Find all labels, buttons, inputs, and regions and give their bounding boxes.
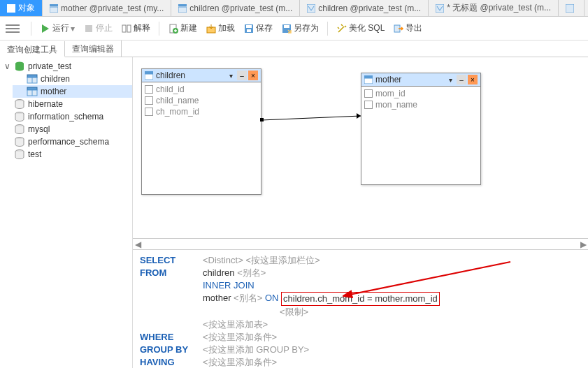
sql-add-condition-placeholder[interactable]: <按这里添加条件> bbox=[203, 356, 277, 368]
table-icon bbox=[364, 75, 373, 84]
new-button[interactable]: 新建 bbox=[165, 21, 200, 36]
tab-query-editor[interactable]: 查询编辑器 bbox=[65, 41, 122, 57]
tab-label: mother @private_test (my... bbox=[61, 3, 164, 13]
table-icon bbox=[50, 4, 58, 13]
column-name: child_id bbox=[156, 84, 185, 94]
svg-rect-1 bbox=[8, 5, 15, 7]
tab-objects[interactable]: 对象 bbox=[0, 0, 43, 16]
table-header[interactable]: children ▾ – × bbox=[142, 69, 261, 82]
table-header[interactable]: mother ▾ – × bbox=[361, 73, 480, 87]
btn-label: 另存为 bbox=[294, 22, 319, 34]
table-title: children bbox=[156, 71, 226, 80]
checkbox[interactable] bbox=[145, 96, 153, 105]
table-title: mother bbox=[375, 75, 445, 84]
separator bbox=[159, 22, 159, 36]
sql-add-condition-placeholder[interactable]: <按这里添加条件> bbox=[203, 331, 277, 344]
save-as-icon bbox=[281, 23, 292, 34]
tree-db-private-test[interactable]: ∨ private_test bbox=[0, 60, 132, 73]
dropdown-icon: ▾ bbox=[71, 24, 75, 34]
hamburger-icon[interactable] bbox=[6, 22, 20, 36]
btn-label: 解释 bbox=[134, 22, 150, 34]
run-button[interactable]: 运行 ▾ bbox=[37, 21, 78, 36]
save-as-button[interactable]: 另存为 bbox=[278, 21, 322, 36]
dropdown-icon[interactable]: ▾ bbox=[226, 71, 236, 80]
sql-alias-placeholder[interactable]: <别名> bbox=[237, 267, 266, 279]
sql-add-table-placeholder[interactable]: <按这里添加表> bbox=[203, 318, 268, 331]
designer-table-children[interactable]: children ▾ – × child_id child_name ch_mo… bbox=[141, 68, 261, 195]
sql-alias-placeholder[interactable]: <别名> bbox=[234, 292, 262, 306]
checkbox[interactable] bbox=[364, 89, 373, 98]
checkbox[interactable] bbox=[145, 108, 153, 116]
minimize-icon[interactable]: – bbox=[457, 75, 466, 84]
collapse-icon[interactable]: ∨ bbox=[3, 61, 11, 71]
svg-rect-35 bbox=[364, 75, 373, 78]
stop-icon bbox=[83, 23, 94, 34]
close-icon[interactable]: × bbox=[248, 71, 258, 80]
column-row[interactable]: mom_id bbox=[363, 88, 479, 99]
checkbox[interactable] bbox=[364, 101, 373, 109]
explain-button[interactable]: 解释 bbox=[118, 21, 153, 36]
tab-mother[interactable]: mother @private_test (my... bbox=[43, 0, 171, 16]
tab-untitled[interactable]: * 无标题 @private_test (m... bbox=[429, 0, 559, 16]
sql-keyword-from[interactable]: FROM bbox=[140, 267, 203, 279]
right-pane: children ▾ – × child_id child_name ch_mo… bbox=[133, 57, 588, 368]
sql-table-children[interactable]: children bbox=[203, 267, 235, 279]
tree-label: private_test bbox=[28, 61, 71, 71]
close-icon[interactable]: × bbox=[468, 75, 478, 84]
tab-children-1[interactable]: children @private_test (m... bbox=[171, 0, 300, 16]
sql-keyword-select[interactable]: SELECT bbox=[140, 254, 203, 267]
column-row[interactable]: mon_name bbox=[363, 99, 479, 110]
save-button[interactable]: 保存 bbox=[241, 21, 275, 36]
export-button[interactable]: 导出 bbox=[390, 21, 425, 36]
tree-table-mother[interactable]: mother bbox=[13, 85, 132, 98]
btn-label: 导出 bbox=[406, 22, 422, 34]
tree-db-information-schema[interactable]: information_schema bbox=[0, 110, 132, 123]
tree-db-test[interactable]: test bbox=[0, 148, 132, 161]
load-button[interactable]: 加载 bbox=[203, 21, 238, 36]
svg-rect-2 bbox=[50, 4, 58, 6]
btn-label: 美化 SQL bbox=[349, 22, 385, 34]
table-icon bbox=[27, 74, 38, 84]
tab-query-builder[interactable]: 查询创建工具 bbox=[0, 41, 65, 57]
column-row[interactable]: child_id bbox=[143, 84, 259, 95]
explain-icon bbox=[121, 23, 132, 34]
column-row[interactable]: ch_mom_id bbox=[143, 106, 259, 117]
minimize-icon[interactable]: – bbox=[237, 71, 247, 80]
tab-children-2[interactable]: children @private_test (m... bbox=[300, 0, 429, 16]
database-icon bbox=[14, 124, 25, 134]
sub-tabs: 查询创建工具 查询编辑器 bbox=[0, 41, 588, 57]
beautify-button[interactable]: 美化 SQL bbox=[334, 21, 387, 36]
dropdown-icon[interactable]: ▾ bbox=[445, 75, 455, 84]
column-row[interactable]: child_name bbox=[143, 95, 259, 106]
sql-keyword-inner-join[interactable]: INNER JOIN bbox=[203, 279, 254, 292]
hscroll[interactable]: ◀ ▶ bbox=[133, 238, 588, 249]
tree-label: hibernate bbox=[28, 99, 63, 109]
sql-keyword-where[interactable]: WHERE bbox=[140, 331, 203, 344]
tab-more[interactable] bbox=[559, 0, 585, 16]
tree-db-hibernate[interactable]: hibernate bbox=[0, 98, 132, 110]
column-name: ch_mom_id bbox=[156, 107, 199, 117]
sql-join-condition[interactable]: children.ch_mom_id = mother.mom_id bbox=[281, 292, 440, 306]
database-icon bbox=[14, 99, 25, 109]
svg-line-37 bbox=[261, 116, 361, 120]
sql-table-mother[interactable]: mother bbox=[203, 292, 231, 306]
query-designer[interactable]: children ▾ – × child_id child_name ch_mo… bbox=[133, 57, 588, 238]
sql-distinct-placeholder[interactable]: <Distinct> bbox=[203, 254, 243, 267]
scroll-right-icon[interactable]: ▶ bbox=[578, 240, 588, 249]
tree-db-mysql[interactable]: mysql bbox=[0, 123, 132, 135]
checkbox[interactable] bbox=[145, 85, 153, 94]
scroll-left-icon[interactable]: ◀ bbox=[133, 240, 143, 249]
sql-limit-placeholder[interactable]: <限制> bbox=[280, 306, 308, 318]
sql-add-group-placeholder[interactable]: <按这里添加 GROUP BY> bbox=[203, 344, 309, 356]
sql-keyword-having[interactable]: HAVING bbox=[140, 356, 203, 368]
query-icon bbox=[307, 4, 315, 13]
designer-table-mother[interactable]: mother ▾ – × mom_id mon_name bbox=[361, 73, 481, 185]
sql-keyword-on[interactable]: ON bbox=[265, 292, 279, 306]
stop-button[interactable]: 停止 bbox=[80, 21, 115, 36]
tree-db-performance-schema[interactable]: performance_schema bbox=[0, 135, 132, 148]
btn-label: 运行 bbox=[52, 22, 69, 34]
sql-keyword-group-by[interactable]: GROUP BY bbox=[140, 344, 203, 356]
btn-label: 停止 bbox=[96, 22, 113, 34]
sql-add-column-placeholder[interactable]: <按这里添加栏位> bbox=[245, 254, 320, 267]
tree-table-children[interactable]: children bbox=[13, 73, 132, 85]
